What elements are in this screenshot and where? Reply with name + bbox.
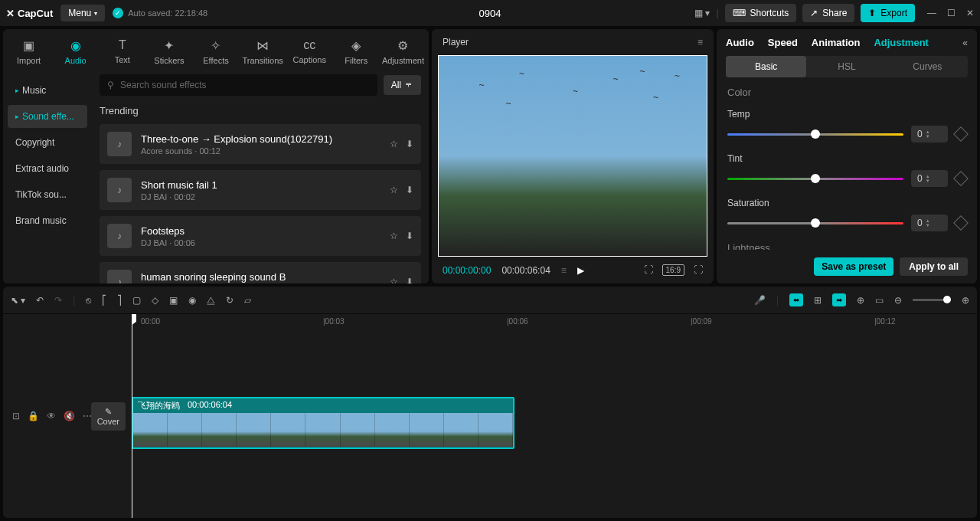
undo-icon[interactable]: ↶ [36, 295, 44, 306]
delete-icon[interactable]: ▢ [132, 295, 141, 306]
subtab-hsl[interactable]: HSL [806, 56, 887, 77]
maximize-icon[interactable]: ☐ [947, 8, 956, 18]
mic-icon[interactable]: 🎤 [754, 295, 766, 306]
snap-icon[interactable]: ⬌ [789, 293, 803, 306]
sound-item[interactable]: ♪ FootstepsDJ BAI · 00:06 ☆⬇ [100, 216, 421, 256]
track-icon[interactable]: ⊕ [857, 295, 864, 306]
download-icon[interactable]: ⬇ [406, 139, 413, 149]
saturation-keyframe-icon[interactable] [953, 215, 969, 231]
trim-left-icon[interactable]: ⎡ [102, 295, 106, 306]
export-button[interactable]: ⬆Export [861, 4, 915, 22]
tab-audio-right[interactable]: Audio [726, 37, 754, 48]
lock-icon[interactable]: 🔒 [28, 411, 39, 421]
playhead[interactable] [132, 314, 132, 518]
project-name: 0904 [479, 8, 501, 19]
tab-stickers[interactable]: ✦Stickers [146, 35, 191, 68]
sound-name: Short music fail 1 [141, 179, 381, 191]
tab-captions[interactable]: ccCaptions [287, 35, 332, 68]
sound-item[interactable]: ♪ Short music fail 1DJ BAI · 00:02 ☆⬇ [100, 170, 421, 210]
favorite-icon[interactable]: ☆ [390, 231, 398, 241]
marker-icon[interactable]: ◇ [152, 295, 158, 306]
player-preview[interactable]: ~~~ ~~~ ~~ [438, 55, 707, 257]
tab-import[interactable]: ▣Import [6, 35, 51, 68]
sidebar-item-copyright[interactable]: Copyright [8, 131, 87, 154]
magnet-icon[interactable]: ⊞ [814, 295, 822, 306]
list-icon[interactable]: ≡ [561, 265, 567, 276]
shortcuts-button[interactable]: ⌨Shortcuts [725, 4, 797, 22]
sidebar-item-sound-effects[interactable]: ▸Sound effe... [8, 105, 87, 128]
tab-audio[interactable]: ◉Audio [53, 35, 98, 68]
temp-slider[interactable] [727, 133, 903, 136]
apply-all-button[interactable]: Apply to all [900, 257, 968, 276]
player-menu-icon[interactable]: ≡ [697, 37, 703, 48]
tab-effects[interactable]: ✧Effects [193, 35, 238, 68]
tint-slider[interactable] [727, 178, 903, 180]
cursor-tool-icon[interactable]: ⬉ ▾ [11, 295, 25, 306]
more-icon[interactable]: ⋯ [83, 411, 92, 421]
copy-icon[interactable]: ▣ [169, 295, 178, 306]
tab-animation[interactable]: Animation [812, 37, 861, 48]
tab-adjustment-right[interactable]: Adjustment [874, 37, 929, 48]
minimize-icon[interactable]: — [927, 8, 936, 18]
saturation-slider[interactable] [727, 222, 903, 224]
save-preset-button[interactable]: Save as preset [814, 257, 893, 276]
subtab-curves[interactable]: Curves [887, 56, 968, 77]
zoom-out-icon[interactable]: ⊖ [894, 295, 902, 306]
sidebar-item-extract-audio[interactable]: Extract audio [8, 157, 87, 180]
download-icon[interactable]: ⬇ [406, 231, 413, 241]
play-button[interactable]: ▶ [577, 265, 584, 276]
sound-item[interactable]: ♪ human snoring sleeping sound BLEOPARD … [100, 262, 421, 283]
tint-keyframe-icon[interactable] [953, 171, 969, 186]
close-icon[interactable]: ✕ [966, 8, 974, 18]
clip-duration: 00:00:06:04 [188, 400, 232, 411]
favorite-icon[interactable]: ☆ [390, 277, 398, 283]
sidebar-item-music[interactable]: ▸Music [8, 79, 87, 102]
mute-icon[interactable]: 🔇 [64, 411, 75, 421]
expand-icon[interactable]: ⊡ [12, 411, 20, 421]
search-icon: ⚲ [107, 80, 114, 90]
menu-button[interactable]: Menu▾ [60, 5, 105, 21]
sound-item[interactable]: ♪ Three-to-one → Explosion sound(1022791… [100, 124, 421, 164]
clip-name: 飞翔的海鸥 [138, 400, 180, 411]
tab-speed[interactable]: Speed [768, 37, 798, 48]
rotate-icon[interactable]: ↻ [226, 295, 234, 306]
subtab-basic[interactable]: Basic [726, 56, 806, 77]
split-icon[interactable]: ⎋ [86, 295, 91, 306]
redo-icon[interactable]: ↷ [54, 295, 62, 306]
trim-right-icon[interactable]: ⎤ [117, 295, 122, 306]
favorite-icon[interactable]: ☆ [390, 185, 398, 195]
ratio-button[interactable]: 16:9 [662, 264, 684, 276]
tab-text[interactable]: TText [100, 35, 145, 68]
favorite-icon[interactable]: ☆ [390, 139, 398, 149]
filter-button[interactable]: All⫧ [384, 75, 421, 95]
tab-adjustment[interactable]: ⚙Adjustment [381, 35, 426, 68]
temp-value[interactable]: 0▲▼ [911, 126, 948, 143]
fullscreen-icon[interactable]: ⛶ [694, 264, 703, 276]
preview-icon[interactable]: ▭ [875, 295, 884, 306]
crop-icon[interactable]: ▱ [244, 295, 251, 306]
eye-icon[interactable]: 👁 [47, 411, 56, 421]
link-icon[interactable]: ⬌ [832, 293, 846, 306]
timeline-ruler[interactable]: 00:00 |00:03 |00:06 |00:09 |00:12 [132, 314, 977, 331]
zoom-in-icon[interactable]: ⊕ [962, 295, 969, 306]
video-clip[interactable]: 飞翔的海鸥00:00:06:04 [132, 397, 514, 449]
tint-value[interactable]: 0▲▼ [911, 170, 948, 187]
layout-icon[interactable]: ▦ ▾ [694, 8, 710, 18]
collapse-icon[interactable]: « [962, 38, 968, 48]
mirror-icon[interactable]: ⧋ [207, 295, 215, 306]
search-input[interactable]: ⚲Search sound effects [100, 74, 377, 96]
tab-filters[interactable]: ◈Filters [334, 35, 379, 68]
speed-icon[interactable]: ◉ [188, 295, 196, 306]
download-icon[interactable]: ⬇ [406, 277, 413, 283]
saturation-value[interactable]: 0▲▼ [911, 215, 948, 231]
temp-keyframe-icon[interactable] [953, 126, 969, 142]
sidebar-item-brand-music[interactable]: Brand music [8, 209, 87, 232]
download-icon[interactable]: ⬇ [406, 185, 413, 195]
tab-transitions[interactable]: ⋈Transitions [240, 35, 286, 68]
temp-label: Temp [727, 109, 966, 120]
sidebar-item-tiktok[interactable]: TikTok sou... [8, 183, 87, 206]
share-button[interactable]: ↗Share [802, 4, 854, 22]
cover-button[interactable]: ✎Cover [91, 402, 126, 431]
crop-icon[interactable]: ⛶ [644, 264, 653, 276]
zoom-slider[interactable] [913, 299, 951, 301]
